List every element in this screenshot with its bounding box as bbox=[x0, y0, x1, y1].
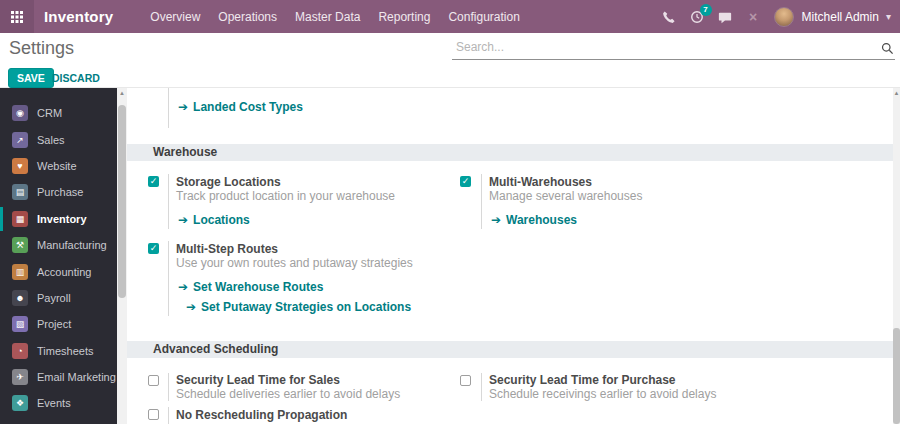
purchase-app-icon: ▤ bbox=[12, 184, 28, 200]
user-menu-caret-icon: ▾ bbox=[886, 11, 891, 22]
sidebar-item-label: CRM bbox=[37, 107, 62, 119]
link-arrow-icon: ➔ bbox=[491, 213, 501, 227]
link-label: Warehouses bbox=[506, 213, 577, 227]
disconnect-icon[interactable]: × bbox=[746, 9, 761, 24]
inventory-app-icon: ▦ bbox=[12, 211, 28, 227]
timesheets-app-icon: ◔ bbox=[12, 343, 28, 359]
setting-description: Schedule deliveries earlier to avoid del… bbox=[176, 388, 400, 401]
discard-button[interactable]: DISCARD bbox=[52, 72, 100, 84]
setting-description: Schedule receivings earlier to avoid del… bbox=[489, 388, 716, 401]
sidebar-item-label: Sales bbox=[37, 134, 65, 146]
sidebar-item-label: Events bbox=[37, 397, 71, 409]
search-input[interactable] bbox=[454, 39, 868, 55]
setting-divider bbox=[481, 174, 482, 229]
scrollbar-thumb[interactable] bbox=[893, 328, 900, 424]
menu-operations[interactable]: Operations bbox=[211, 8, 284, 26]
sidebar-item-label: Payroll bbox=[37, 292, 71, 304]
link-arrow-icon: ➔ bbox=[186, 300, 196, 314]
menu-master-data[interactable]: Master Data bbox=[288, 8, 367, 26]
no-rescheduling-propagation-checkbox[interactable] bbox=[148, 409, 159, 420]
website-app-icon: ♥ bbox=[12, 158, 28, 174]
setting-divider bbox=[168, 174, 169, 229]
sidebar-item-email-marketing[interactable]: ✈Email Marketing bbox=[0, 364, 117, 390]
sidebar-item-manufacturing[interactable]: ⚒Manufacturing bbox=[0, 232, 117, 258]
menu-configuration[interactable]: Configuration bbox=[441, 8, 526, 26]
scroll-up-icon[interactable]: ▲ bbox=[117, 88, 127, 98]
warehouses-link[interactable]: ➔Warehouses bbox=[491, 214, 577, 227]
locations-link[interactable]: ➔Locations bbox=[178, 214, 250, 227]
sidebar-item-inventory[interactable]: ▦Inventory bbox=[0, 206, 117, 232]
setting-label: Multi-Step Routes bbox=[176, 243, 278, 256]
landed-cost-types-link[interactable]: ➔Landed Cost Types bbox=[178, 101, 303, 114]
section-header-advanced-scheduling: Advanced Scheduling bbox=[127, 341, 893, 358]
events-app-icon: ❖ bbox=[12, 395, 28, 411]
storage-locations-checkbox[interactable]: ✓ bbox=[148, 176, 159, 187]
search-icon[interactable] bbox=[881, 41, 894, 59]
setting-label: Security Lead Time for Sales bbox=[176, 374, 340, 387]
menu-reporting[interactable]: Reporting bbox=[371, 8, 437, 26]
app-menus: Overview Operations Master Data Reportin… bbox=[143, 8, 527, 26]
security-lead-time-purchase-checkbox[interactable] bbox=[460, 375, 471, 386]
sidebar-item-project[interactable]: ▧Project bbox=[0, 311, 117, 337]
set-putaway-strategies-link[interactable]: ➔Set Putaway Strategies on Locations bbox=[186, 301, 411, 314]
sidebar-item-label: Accounting bbox=[37, 266, 91, 278]
user-menu[interactable]: Mitchell Admin bbox=[802, 10, 879, 24]
sidebar-item-purchase[interactable]: ▤Purchase bbox=[0, 179, 117, 205]
phone-icon[interactable] bbox=[662, 9, 677, 24]
check-icon: ✓ bbox=[150, 176, 158, 186]
sidebar-item-timesheets[interactable]: ◔Timesheets bbox=[0, 338, 117, 364]
apps-grid-icon bbox=[11, 11, 23, 23]
sidebar-scrollbar[interactable]: ▲ bbox=[117, 88, 127, 424]
sidebar-item-label: Timesheets bbox=[37, 345, 93, 357]
setting-label: Multi-Warehouses bbox=[489, 176, 592, 189]
activities-clock-icon[interactable]: 7 bbox=[690, 9, 705, 24]
setting-description: Use your own routes and putaway strategi… bbox=[176, 257, 413, 270]
activity-count-badge: 7 bbox=[700, 4, 712, 16]
save-button[interactable]: SAVE bbox=[8, 68, 54, 88]
sidebar-item-label: Inventory bbox=[37, 213, 87, 225]
settings-content: ➔Landed Cost Types Warehouse ✓ Storage L… bbox=[127, 88, 893, 424]
multi-step-routes-checkbox[interactable]: ✓ bbox=[148, 243, 159, 254]
setting-label: Storage Locations bbox=[176, 176, 281, 189]
messages-icon[interactable] bbox=[718, 9, 733, 24]
scrollbar-thumb[interactable] bbox=[118, 105, 126, 298]
sidebar-item-label: Email Marketing bbox=[37, 371, 116, 383]
current-app-title: Inventory bbox=[44, 8, 113, 25]
page-title: Settings bbox=[9, 38, 74, 59]
link-arrow-icon: ➔ bbox=[178, 213, 188, 227]
sidebar-item-website[interactable]: ♥Website bbox=[0, 153, 117, 179]
check-icon: ✓ bbox=[150, 243, 158, 253]
sidebar-item-label: Manufacturing bbox=[37, 239, 107, 251]
sidebar-item-events[interactable]: ❖Events bbox=[0, 390, 117, 416]
close-glyph: × bbox=[749, 10, 757, 24]
payroll-app-icon: ☻ bbox=[12, 290, 28, 306]
setting-label: Security Lead Time for Purchase bbox=[489, 374, 676, 387]
menu-overview[interactable]: Overview bbox=[143, 8, 207, 26]
scroll-up-icon[interactable]: ▲ bbox=[893, 88, 900, 98]
link-label: Set Warehouse Routes bbox=[193, 280, 323, 294]
check-icon: ✓ bbox=[462, 176, 470, 186]
multi-warehouses-checkbox[interactable]: ✓ bbox=[460, 176, 471, 187]
link-arrow-icon: ➔ bbox=[178, 280, 188, 294]
setting-description: Track product location in your warehouse bbox=[176, 190, 395, 203]
setting-divider bbox=[481, 373, 482, 401]
crm-app-icon: ◉ bbox=[12, 105, 28, 121]
sidebar-item-payroll[interactable]: ☻Payroll bbox=[0, 285, 117, 311]
sidebar-item-accounting[interactable]: ▥Accounting bbox=[0, 258, 117, 284]
active-indicator bbox=[0, 207, 3, 231]
settings-sidebar: ◉CRM ↗Sales ♥Website ▤Purchase ▦Inventor… bbox=[0, 88, 117, 424]
set-warehouse-routes-link[interactable]: ➔Set Warehouse Routes bbox=[178, 281, 323, 294]
project-app-icon: ▧ bbox=[12, 316, 28, 332]
control-panel: Settings SAVE DISCARD bbox=[0, 33, 900, 88]
sales-app-icon: ↗ bbox=[12, 132, 28, 148]
sidebar-item-sales[interactable]: ↗Sales bbox=[0, 126, 117, 152]
sidebar-item-crm[interactable]: ◉CRM bbox=[0, 100, 117, 126]
content-scrollbar[interactable]: ▲ bbox=[893, 88, 900, 424]
setting-divider bbox=[168, 407, 169, 424]
user-avatar[interactable] bbox=[774, 7, 794, 27]
sidebar-item-label: Website bbox=[37, 160, 77, 172]
security-lead-time-sales-checkbox[interactable] bbox=[148, 375, 159, 386]
top-navbar: Inventory Overview Operations Master Dat… bbox=[0, 0, 900, 33]
apps-menu-button[interactable] bbox=[0, 0, 34, 33]
search-bar bbox=[452, 37, 895, 60]
